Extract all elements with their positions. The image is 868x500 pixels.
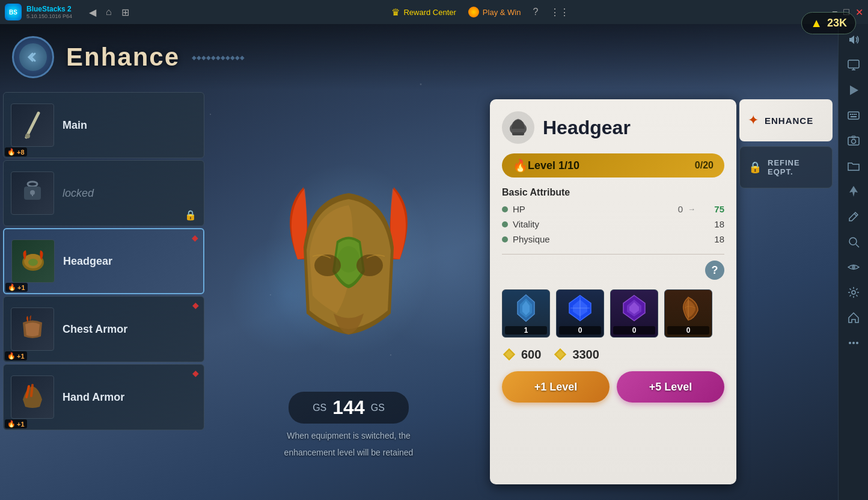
equip-item-icon-headgear (11, 239, 55, 283)
svg-point-18 (28, 259, 38, 266)
equip-corner-diamond-chest: ◆ (192, 300, 199, 310)
currency-amount: 23K (827, 17, 847, 29)
action-refine-button[interactable]: 🔒 REFINE EQPT. (739, 146, 833, 188)
sidebar-icon-play[interactable] (843, 79, 864, 101)
help-icon[interactable]: ? (533, 7, 538, 17)
cost-amount-2: 3300 (572, 348, 599, 362)
header-decoration: ◆◆◆◆◆◆◆◆◆◆◆ (192, 54, 245, 61)
svg-point-61 (856, 342, 858, 344)
title-bar-nav: ◀ ⌂ ⊞ (89, 7, 129, 18)
level-fire-icon: 🔥 (7, 148, 16, 156)
separator (502, 254, 724, 255)
sidebar-icon-home[interactable] (843, 307, 864, 329)
svg-line-54 (854, 214, 857, 216)
help-container: ? (502, 261, 724, 285)
sidebar-icon-eye[interactable] (843, 256, 864, 278)
back-nav-icon[interactable]: ◀ (89, 7, 96, 18)
level-fire-hand-icon: 🔥 (7, 420, 16, 428)
gs-unit: GS (371, 403, 385, 413)
action-enhance-button[interactable]: ✦ ENHANCE (739, 99, 833, 141)
svg-point-55 (849, 238, 857, 245)
reward-center-label: Reward Center (403, 8, 456, 17)
equip-item-hand[interactable]: 🔥 +1 Hand Armor ◆ (3, 364, 204, 430)
detail-item-name: Headgear (543, 117, 631, 139)
svg-point-59 (849, 342, 851, 344)
equip-name-headgear: Headgear (63, 255, 112, 268)
home-nav-icon[interactable]: ⌂ (106, 7, 112, 17)
play-win-icon (468, 7, 479, 17)
center-stage: GS 144 GS When equipment is switched, th… (207, 90, 490, 500)
material-slot-1: 1 (502, 289, 550, 338)
equip-item-locked[interactable]: locked 🔒 (3, 160, 204, 226)
right-sidebar (838, 24, 868, 500)
sidebar-icon-folder[interactable] (843, 155, 864, 177)
attr-value-old-hp: 0 (678, 204, 683, 214)
svg-rect-50 (851, 116, 857, 117)
sidebar-icon-search[interactable] (843, 231, 864, 253)
armor-svg (249, 139, 448, 380)
equip-level-badge-headgear: 🔥 +1 (5, 283, 28, 292)
sidebar-icon-settings[interactable] (843, 282, 864, 303)
lock-icon: 🔒 (185, 209, 197, 221)
title-bar-right: ▲ 23K − □ ✕ (832, 7, 863, 18)
attribute-row-physique: Physique 18 (502, 234, 724, 244)
sidebar-icon-more[interactable] (843, 332, 864, 354)
material-slot-4: 0 (664, 289, 712, 338)
play-win-button[interactable]: Play & Win (468, 7, 521, 17)
app-name: BlueStacks 2 (26, 5, 72, 13)
help-button[interactable]: ? (705, 261, 724, 280)
tabs-nav-icon[interactable]: ⊞ (121, 7, 129, 18)
enhance-plus5-button[interactable]: +5 Level (617, 371, 724, 403)
attr-name-physique: Physique (513, 234, 695, 244)
reward-center-button[interactable]: ♛ Reward Center (391, 7, 456, 18)
attr-arrow-hp: → (688, 205, 695, 214)
currency-display: ▲ 23K (801, 12, 856, 34)
cost-row: 600 3300 (502, 347, 724, 362)
currency-icon: ▲ (810, 16, 822, 30)
svg-rect-26 (512, 132, 524, 135)
enhance-plus1-button[interactable]: +1 Level (502, 371, 610, 403)
svg-point-22 (338, 246, 359, 273)
detail-item-icon (502, 111, 534, 144)
level-fire-chest-icon: 🔥 (7, 352, 16, 360)
attr-name-hp: HP (513, 204, 673, 214)
material-slot-count-2: 0 (559, 326, 601, 335)
bluestacks-logo: BS (5, 4, 22, 20)
equip-name-main: Main (63, 119, 87, 132)
svg-point-11 (25, 134, 30, 138)
equip-level-badge-chest: 🔥 +1 (5, 351, 27, 360)
sidebar-icon-airplane[interactable] (843, 181, 864, 202)
svg-rect-46 (850, 114, 851, 115)
attr-value-physique: 18 (700, 234, 724, 244)
sidebar-icon-keyboard[interactable] (843, 105, 864, 126)
svg-rect-45 (848, 112, 859, 119)
svg-rect-49 (855, 114, 857, 115)
enhance-buttons: +1 Level +5 Level (502, 371, 724, 403)
level-num-main: +8 (17, 149, 25, 156)
level-bar: 🔥 Level 1/10 0/20 (502, 153, 724, 177)
equip-item-chest[interactable]: 🔥 +1 Chest Armor ◆ (3, 296, 204, 362)
settings-icon[interactable]: ⋮⋮ (550, 7, 569, 18)
material-slot-count-3: 0 (613, 326, 655, 335)
material-slot-count-1: 1 (505, 326, 547, 335)
svg-point-58 (852, 291, 855, 294)
level-fire-headgear-icon: 🔥 (8, 283, 16, 291)
close-button[interactable]: ✕ (855, 7, 863, 18)
equip-item-icon-hand (11, 375, 54, 419)
equip-item-headgear[interactable]: 🔥 +1 Headgear ◆ (3, 228, 204, 294)
back-button[interactable] (12, 36, 54, 78)
play-win-label: Play & Win (483, 8, 521, 17)
equip-item-icon-chest (11, 307, 54, 351)
page-title: Enhance (66, 43, 180, 72)
sidebar-icon-screenshot[interactable] (843, 130, 864, 152)
sidebar-icon-edit[interactable] (843, 206, 864, 227)
attr-dot-hp (502, 206, 508, 212)
gs-display: GS 144 GS (289, 392, 409, 424)
cost-item-1: 600 (502, 347, 541, 362)
equip-item-main[interactable]: 🔥 +8 Main (3, 92, 204, 158)
equip-name-locked: locked (63, 187, 94, 200)
svg-point-24 (356, 255, 383, 276)
material-slot-2: 0 (556, 289, 604, 338)
sidebar-icon-display[interactable] (843, 54, 864, 76)
attr-dot-vitality (502, 221, 508, 227)
